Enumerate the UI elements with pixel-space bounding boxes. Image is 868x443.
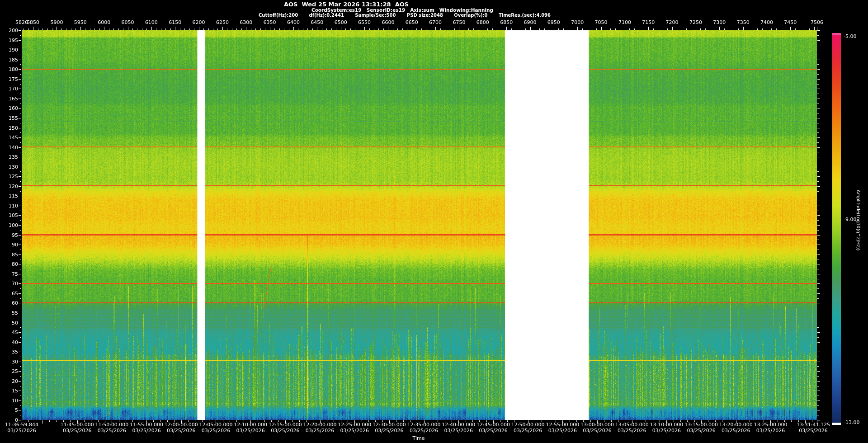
time-value: 12:35:00.000	[407, 422, 441, 428]
top-axis-label: 7200	[666, 19, 679, 25]
date-value: 03/25/2026	[165, 428, 198, 434]
top-axis-label: 6950	[547, 19, 560, 25]
time-axis-label: 12:35:00.00003/25/2026	[407, 422, 441, 434]
time-axis-label: 12:40:00.00003/25/2026	[442, 422, 475, 434]
freq-axis-label: 60	[1, 300, 18, 306]
time-value: 12:50:00.000	[511, 422, 545, 428]
time-axis-label: 12:30:00.00003/25/2026	[373, 422, 406, 434]
time-axis-label: 13:00:00.00003/25/2026	[580, 422, 614, 434]
freq-axis-label: 75	[1, 271, 18, 277]
date-value: 03/25/2026	[338, 428, 371, 434]
date-value: 03/25/2026	[199, 428, 233, 434]
time-value: 12:05:00.000	[199, 422, 233, 428]
time-value: 12:30:00.000	[373, 422, 406, 428]
freq-axis-label: 170	[1, 86, 18, 92]
time-axis-label: 12:20:00.00003/25/2026	[303, 422, 337, 434]
freq-axis-label: 5	[1, 407, 18, 413]
freq-axis-label: 95	[1, 232, 18, 238]
top-axis-label: 6900	[524, 19, 537, 25]
freq-axis-label: 70	[1, 281, 18, 287]
freq-axis-label: 100	[1, 222, 18, 228]
time-axis-label: 13:05:00.00003/25/2026	[615, 422, 649, 434]
colorbar-tick-label-mid: -9.00	[844, 217, 856, 222]
top-axis-label: 5826	[15, 19, 28, 25]
freq-axis-label: 190	[1, 47, 18, 53]
top-axis-label: 6400	[287, 19, 300, 25]
top-axis-label: 6350	[264, 19, 276, 25]
top-axis-label: 6150	[169, 19, 181, 25]
header-params-line1: CoordSystem:es19 SensorID:es19 Axis:sum …	[311, 7, 493, 13]
top-axis-label: 6550	[358, 19, 371, 25]
date-value: 03/25/2026	[303, 428, 337, 434]
time-value: 12:15:00.000	[269, 422, 302, 428]
freq-axis-label: 65	[1, 290, 18, 296]
top-axis-label: 6700	[429, 19, 442, 25]
top-axis-label: 6850	[500, 19, 513, 25]
date-value: 03/25/2026	[511, 428, 545, 434]
time-axis-label: 12:00:00.00003/25/2026	[165, 422, 198, 434]
freq-axis-label: 50	[1, 320, 18, 325]
freq-axis-label: 110	[1, 203, 18, 208]
time-value: 13:20:00.000	[719, 422, 753, 428]
time-axis-label: 12:45:00.00003/25/2026	[476, 422, 510, 434]
freq-axis-label: 165	[1, 95, 18, 101]
top-axis-label: 7400	[760, 19, 773, 25]
time-value: 13:05:00.000	[615, 422, 649, 428]
top-axis-label: 5850	[27, 19, 39, 25]
date-value: 03/25/2026	[61, 428, 94, 434]
spectrogram-app-window: AOS Wed 25 Mar 2026 13:31:28 AOS CoordSy…	[0, 0, 868, 443]
date-value: 03/25/2026	[95, 428, 128, 434]
freq-axis-label: 155	[1, 115, 18, 121]
freq-axis-label: 35	[1, 349, 18, 355]
freq-axis-label: 10	[1, 397, 18, 403]
spectrogram-plot-canvas[interactable]	[0, 0, 868, 443]
time-axis-label: 13:31:41.12503/25/2026	[797, 422, 830, 434]
time-axis-label: 12:50:00.00003/25/2026	[511, 422, 545, 434]
top-axis-label: 6800	[476, 19, 489, 25]
freq-axis-label: 115	[1, 193, 18, 199]
time-axis-label: 11:55:00.00003/25/2026	[130, 422, 163, 434]
time-axis-title: Time	[413, 435, 425, 441]
time-value: 13:25:00.000	[754, 422, 788, 428]
freq-axis-label: 85	[1, 251, 18, 257]
top-axis-label: 6300	[240, 19, 252, 25]
date-value: 03/25/2026	[5, 428, 38, 434]
date-value: 03/25/2026	[407, 428, 441, 434]
time-value: 13:15:00.000	[684, 422, 718, 428]
freq-axis-label: 120	[1, 183, 18, 189]
freq-axis-label: 45	[1, 330, 18, 335]
time-value: 13:00:00.000	[580, 422, 614, 428]
freq-axis-label: 145	[1, 135, 18, 141]
time-axis-label: 12:25:00.00003/25/2026	[338, 422, 371, 434]
date-value: 03/25/2026	[650, 428, 683, 434]
top-axis-label: 6100	[145, 19, 158, 25]
colorbar-tick-label-max: -5.00	[844, 33, 856, 39]
date-value: 03/25/2026	[234, 428, 267, 434]
top-axis-label: 7506	[811, 19, 823, 25]
time-value: 13:31:41.125	[797, 422, 830, 428]
freq-axis-label: 55	[1, 310, 18, 316]
top-axis-label: 7100	[618, 19, 631, 25]
time-value: 11:55:00.000	[130, 422, 163, 428]
top-axis-label: 7300	[713, 19, 726, 25]
freq-axis-label: 160	[1, 105, 18, 111]
top-axis-label: 5900	[50, 19, 63, 25]
freq-axis-label: 180	[1, 66, 18, 72]
date-value: 03/25/2026	[442, 428, 475, 434]
freq-axis-label: 90	[1, 242, 18, 248]
time-axis-label: 12:55:00.00003/25/2026	[546, 422, 579, 434]
freq-axis-label: 195	[1, 37, 18, 43]
freq-axis-label: 15	[1, 388, 18, 394]
freq-axis-label: 150	[1, 125, 18, 131]
date-value: 03/25/2026	[684, 428, 718, 434]
time-axis-label: 11:45:00.00003/25/2026	[61, 422, 94, 434]
date-value: 03/25/2026	[373, 428, 406, 434]
top-axis-label: 7350	[737, 19, 750, 25]
time-value: 12:40:00.000	[442, 422, 475, 428]
freq-axis-label: 200	[1, 28, 18, 33]
top-axis-label: 7450	[784, 19, 797, 25]
freq-axis-label: 30	[1, 358, 18, 364]
top-axis-label: 6600	[382, 19, 394, 25]
freq-axis-label: 175	[1, 76, 18, 82]
colorbar-title: Amplitude(Log10(g^2/Hz))	[856, 190, 861, 251]
